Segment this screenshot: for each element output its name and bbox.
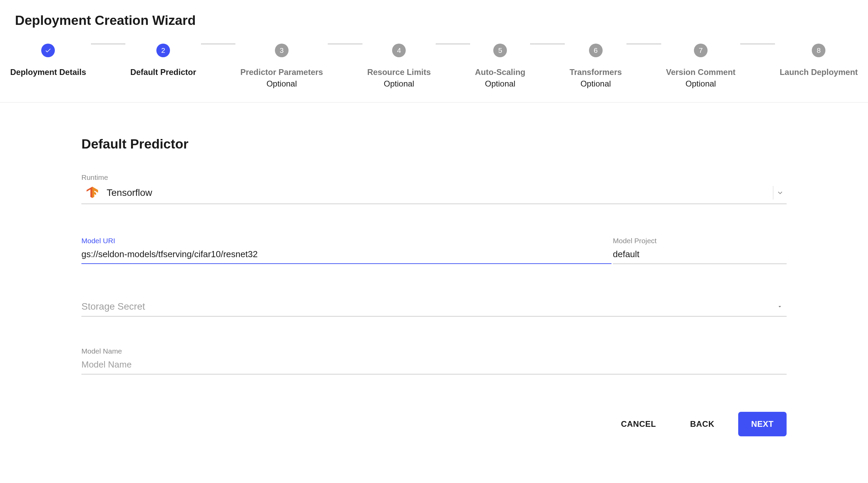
page-title: Deployment Creation Wizard [0, 0, 868, 28]
model-uri-input[interactable] [81, 249, 611, 260]
step-label: Default Predictor [130, 67, 196, 77]
model-name-label: Model Name [81, 347, 787, 355]
step-connector [626, 44, 661, 44]
step-number: 3 [280, 46, 284, 54]
step-label: Auto-Scaling [475, 67, 525, 77]
button-row: CANCEL BACK NEXT [81, 412, 787, 436]
step-auto-scaling[interactable]: 5 Auto-Scaling Optional [475, 44, 525, 89]
storage-secret-placeholder: Storage Secret [81, 301, 773, 312]
cancel-button[interactable]: CANCEL [611, 412, 666, 436]
step-number: 4 [397, 46, 401, 54]
model-name-field: Model Name [81, 347, 787, 374]
check-icon [45, 47, 51, 54]
chevron-down-icon [773, 186, 787, 200]
step-sublabel: Optional [384, 79, 414, 89]
model-project-input-wrap [613, 246, 787, 264]
step-connector [436, 44, 470, 44]
section-title: Default Predictor [81, 137, 787, 152]
step-circle-inactive: 8 [812, 44, 825, 57]
step-label: Deployment Details [10, 67, 86, 77]
step-label: Resource Limits [367, 67, 431, 77]
step-connector [530, 44, 565, 44]
step-version-comment[interactable]: 7 Version Comment Optional [666, 44, 735, 89]
step-label: Transformers [570, 67, 622, 77]
step-predictor-parameters[interactable]: 3 Predictor Parameters Optional [240, 44, 323, 89]
model-project-field: Model Project [613, 237, 787, 264]
step-circle-completed [41, 44, 55, 57]
step-connector [740, 44, 775, 44]
form-area: Default Predictor Runtime Tensorflow Mod… [81, 137, 787, 436]
step-connector [328, 44, 362, 44]
step-circle-inactive: 7 [694, 44, 708, 57]
stepper: Deployment Details 2 Default Predictor 3… [0, 28, 868, 103]
step-sublabel: Optional [685, 79, 716, 89]
step-number: 6 [594, 46, 598, 54]
model-uri-input-wrap [81, 246, 611, 264]
step-connector [91, 44, 126, 44]
step-number: 7 [699, 46, 703, 54]
model-name-input-wrap [81, 356, 787, 374]
model-uri-label: Model URI [81, 237, 611, 245]
step-label: Version Comment [666, 67, 735, 77]
step-launch-deployment[interactable]: 8 Launch Deployment [780, 44, 858, 77]
uri-project-row: Model URI Model Project [81, 237, 787, 264]
step-transformers[interactable]: 6 Transformers Optional [570, 44, 622, 89]
step-deployment-details[interactable]: Deployment Details [10, 44, 86, 77]
step-label: Launch Deployment [780, 67, 858, 77]
step-circle-inactive: 6 [589, 44, 603, 57]
step-number: 5 [498, 46, 502, 54]
storage-secret-field: Storage Secret [81, 297, 787, 316]
storage-secret-select[interactable]: Storage Secret [81, 297, 787, 316]
model-name-input[interactable] [81, 359, 787, 370]
step-circle-inactive: 3 [275, 44, 289, 57]
model-project-label: Model Project [613, 237, 787, 245]
step-circle-active: 2 [156, 44, 170, 57]
next-button[interactable]: NEXT [738, 412, 787, 436]
tensorflow-icon [86, 187, 98, 199]
step-sublabel: Optional [266, 79, 297, 89]
step-sublabel: Optional [485, 79, 515, 89]
step-resource-limits[interactable]: 4 Resource Limits Optional [367, 44, 431, 89]
step-label: Predictor Parameters [240, 67, 323, 77]
runtime-label: Runtime [81, 173, 787, 182]
step-circle-inactive: 4 [392, 44, 406, 57]
step-number: 8 [817, 46, 821, 54]
caret-down-icon [773, 300, 787, 313]
step-circle-inactive: 5 [493, 44, 507, 57]
back-button[interactable]: BACK [680, 412, 725, 436]
step-default-predictor[interactable]: 2 Default Predictor [130, 44, 196, 77]
runtime-field: Runtime Tensorflow [81, 173, 787, 204]
runtime-value: Tensorflow [107, 187, 773, 198]
step-sublabel: Optional [580, 79, 611, 89]
step-number: 2 [161, 46, 165, 54]
step-connector [201, 44, 236, 44]
model-project-input[interactable] [613, 249, 787, 260]
model-uri-field: Model URI [81, 237, 611, 264]
runtime-select[interactable]: Tensorflow [81, 182, 787, 204]
